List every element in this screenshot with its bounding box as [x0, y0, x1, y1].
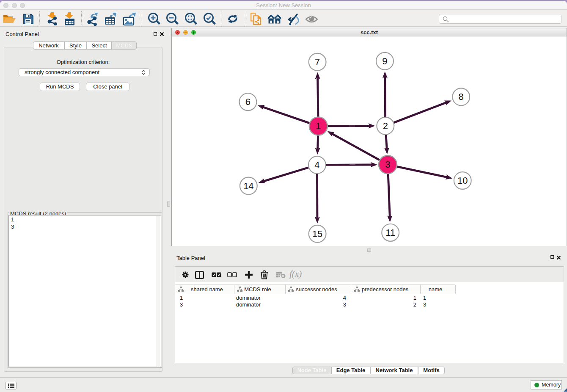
svg-text:shared name: shared name [191, 286, 223, 293]
svg-text:14: 14 [243, 181, 253, 191]
svg-text:3: 3 [423, 301, 426, 308]
svg-text:9: 9 [382, 56, 387, 66]
svg-text:2: 2 [413, 301, 416, 308]
svg-text:1: 1 [316, 121, 321, 131]
svg-text:dominator: dominator [236, 295, 261, 301]
svg-text:15: 15 [312, 229, 322, 239]
svg-text:1: 1 [423, 295, 426, 301]
svg-text:MCDS role: MCDS role [244, 286, 271, 293]
svg-text:predecessor nodes: predecessor nodes [362, 286, 409, 293]
svg-text:4: 4 [314, 160, 319, 170]
svg-text:10: 10 [457, 175, 468, 186]
svg-text:6: 6 [245, 97, 250, 107]
svg-text:11: 11 [385, 227, 395, 238]
svg-text:8: 8 [459, 91, 464, 102]
svg-text:dominator: dominator [236, 301, 261, 308]
svg-text:name: name [429, 286, 443, 293]
svg-text:successor nodes: successor nodes [296, 286, 337, 293]
svg-text:1: 1 [413, 295, 416, 301]
svg-text:3: 3 [180, 301, 183, 308]
svg-text:1: 1 [180, 295, 183, 301]
svg-text:3: 3 [385, 159, 390, 170]
svg-text:3: 3 [343, 301, 346, 308]
svg-text:4: 4 [343, 295, 346, 301]
svg-text:2: 2 [383, 121, 388, 131]
svg-text:7: 7 [315, 57, 320, 67]
